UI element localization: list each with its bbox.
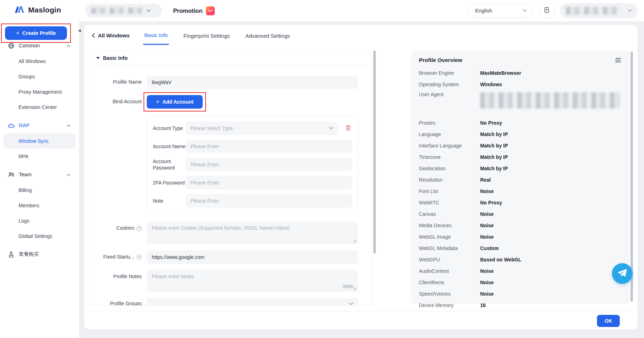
chevron-left-icon	[92, 33, 95, 38]
back-to-all-windows[interactable]: All Windows	[92, 32, 130, 38]
collapse-panel-icon[interactable]	[614, 57, 622, 64]
sidebar-item[interactable]: Members	[0, 198, 79, 213]
tab-fingerprint-settings[interactable]: Fingerprint Settings	[182, 26, 231, 45]
profile-overview-title: Profile Overview	[419, 57, 462, 63]
chevron-down-icon	[628, 9, 632, 12]
sidebar-group-header-team[interactable]: Team	[0, 167, 79, 182]
brand-name: Maslogin	[28, 6, 61, 14]
overview-row: WebGL Image Noise	[419, 231, 622, 243]
overview-row: Media Devices Noise	[419, 220, 622, 231]
sidebar-item[interactable]: RPA	[0, 149, 79, 164]
sidebar-group-header-common[interactable]: Common	[0, 38, 79, 53]
sidebar-item[interactable]: All Windows	[0, 53, 79, 69]
sidebar-nav: Common All WindowsGroupsProxy Management…	[0, 38, 79, 262]
user-account-menu[interactable]	[560, 3, 638, 18]
profile-name-input[interactable]	[147, 76, 358, 89]
resize-grip-icon[interactable]	[353, 287, 357, 291]
docs-button[interactable]	[539, 3, 555, 18]
account-name-label: Account Name	[153, 143, 186, 150]
basic-info-section-header[interactable]: Basic Info	[90, 51, 371, 66]
overview-row: Font List Noise	[419, 186, 622, 197]
account-name-input[interactable]	[186, 140, 352, 153]
promotion-link[interactable]: Promotion	[173, 0, 215, 21]
fixed-startup-url-input[interactable]	[147, 250, 358, 264]
workspace-name-redacted	[91, 7, 143, 14]
form-scrollbar-thumb[interactable]	[373, 51, 376, 254]
chevron-up-icon	[67, 124, 71, 127]
help-icon[interactable]	[136, 255, 142, 260]
profile-notes-label: Profile Notes	[90, 270, 142, 292]
account-type-label: Account Type	[153, 125, 186, 131]
footer-bar: OK	[84, 311, 638, 329]
language-selected: English	[475, 8, 492, 14]
account-type-select[interactable]: Please Select Type	[186, 121, 338, 135]
sidebar-item[interactable]: Global Settings	[0, 228, 79, 244]
account-password-input[interactable]	[186, 158, 352, 171]
triangle-down-icon	[96, 57, 100, 59]
overview-row: Geolocation Match by IP	[419, 163, 622, 174]
overview-row: Language Match by IP	[419, 129, 622, 140]
profile-name-label: Profile Name	[90, 76, 142, 89]
profile-groups-label: Profile Groups	[90, 298, 142, 306]
tab-advanced-settings[interactable]: Advanced Settings	[244, 26, 291, 45]
overview-row: WebRTC No Proxy	[419, 197, 622, 208]
overview-row: WebGPU Based on WebGL	[419, 254, 622, 265]
sidebar-item[interactable]: Window Sync	[4, 133, 76, 149]
workspace-selector[interactable]	[85, 4, 162, 17]
resize-grip-icon[interactable]	[353, 240, 357, 243]
sidebar-item-package-purchase[interactable]: 套餐购买	[0, 246, 79, 262]
ok-button[interactable]: OK	[597, 315, 620, 327]
sidebar-group-common: Common All WindowsGroupsProxy Management…	[0, 38, 79, 115]
top-bar: Maslogin Promotion English	[0, 0, 644, 21]
plus-icon	[16, 30, 19, 36]
sidebar-item[interactable]: Logs	[0, 213, 79, 228]
sidebar: Create Profile Common All WindowsGroupsP…	[0, 21, 79, 338]
tabs-row: All Windows Basic Info Fingerprint Setti…	[92, 25, 291, 46]
tfa-password-label: 2FA Password	[153, 180, 186, 186]
add-account-button[interactable]: Add Account	[147, 95, 203, 109]
tab-basic-info[interactable]: Basic Info	[143, 26, 169, 45]
account-card: Account Type Please Select Type	[147, 116, 358, 214]
sidebar-item[interactable]: Extension Center	[0, 99, 79, 115]
overview-scrollbar-thumb[interactable]	[630, 52, 633, 302]
main-content-card: All Windows Basic Info Fingerprint Setti…	[84, 25, 638, 329]
chevron-up-icon	[67, 45, 71, 47]
sidebar-item[interactable]: Groups	[0, 69, 79, 84]
cookies-label: Cookies	[116, 225, 134, 231]
sidebar-item[interactable]: Proxy Management	[0, 84, 79, 99]
red-envelope-icon	[206, 6, 215, 15]
overview-row: Resolution Real	[419, 174, 622, 186]
overview-row: Timezone Match by IP	[419, 151, 622, 163]
chevron-up-icon	[67, 173, 71, 176]
chevron-down-icon	[349, 302, 353, 305]
team-icon	[8, 171, 15, 178]
bind-account-label: Bind Account	[90, 95, 142, 109]
plus-icon	[156, 99, 159, 105]
basic-info-section: Basic Info Profile Name Bind Account Add…	[90, 51, 372, 306]
flask-icon	[8, 251, 15, 258]
sidebar-item[interactable]: Billing	[0, 182, 79, 198]
robot-icon	[8, 122, 15, 129]
overview-row: AudioContext Noise	[419, 265, 622, 277]
overview-row: SpeechVoices Noise	[419, 288, 622, 300]
note-input[interactable]	[186, 194, 352, 208]
delete-account-button[interactable]	[344, 124, 352, 132]
overview-row: Browser Engine MasMateBrowser	[419, 67, 622, 79]
note-label: Note	[153, 198, 186, 204]
sidebar-collapse-handle[interactable]: ◀	[76, 27, 83, 33]
account-password-label: Account Password	[153, 158, 186, 171]
profile-overview-panel: Profile Overview Browser Engine MasMateB…	[411, 51, 629, 303]
sidebar-group-header-rap[interactable]: RAP	[0, 118, 79, 133]
cookies-textarea[interactable]	[147, 222, 358, 244]
language-selector[interactable]: English	[468, 3, 534, 18]
profile-groups-select[interactable]	[147, 298, 358, 306]
trash-icon	[345, 125, 351, 132]
globe-icon	[8, 42, 15, 49]
telegram-paper-plane-icon	[617, 267, 628, 280]
user-agent-redacted	[480, 92, 620, 109]
maslogin-logo-icon	[14, 5, 25, 15]
help-icon[interactable]	[136, 226, 142, 231]
profile-notes-textarea[interactable]	[147, 270, 358, 292]
telegram-support-button[interactable]	[612, 263, 633, 284]
tfa-password-input[interactable]	[186, 176, 352, 189]
